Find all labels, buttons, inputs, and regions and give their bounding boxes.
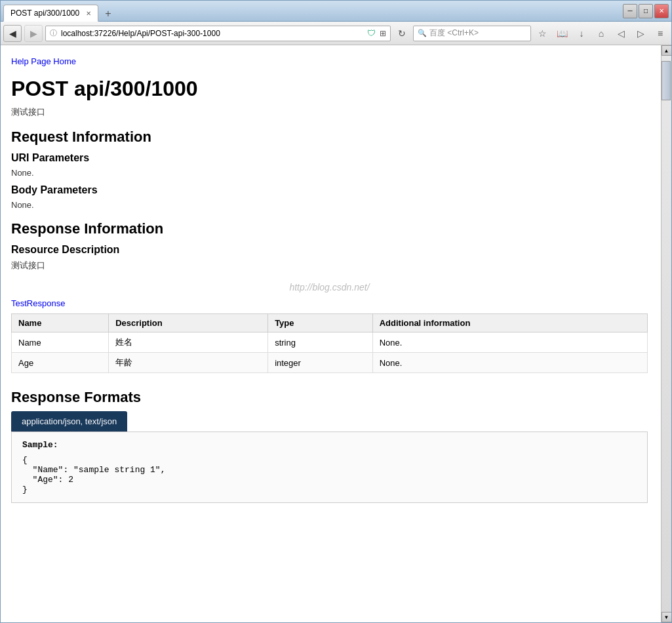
menu-icon[interactable]: ≡ [652,25,669,42]
request-info-heading: Request Information [11,129,648,146]
tab-close-button[interactable]: ✕ [86,10,91,17]
back-icon: ◀ [9,28,16,39]
new-tab-button[interactable]: + [101,7,115,21]
forward-icon: ▶ [30,28,37,39]
format-tab-json[interactable]: application/json, text/json [11,411,127,432]
cell-type: integer [268,353,373,373]
tab-bar: POST api/300/1000 ✕ + [3,1,115,21]
sample-label: Sample: [22,440,637,450]
breadcrumb: Help Page Home [11,56,648,66]
response-table: Name Description Type Additional informa… [11,313,648,373]
reader-icon[interactable]: 📖 [553,25,570,42]
sample-code: { "Name": "sample string 1", "Age": 2 } [22,455,637,494]
active-tab[interactable]: POST api/300/1000 ✕ [3,5,98,22]
content-area: Help Page Home POST api/300/1000 测试接口 Re… [1,45,671,622]
table-row: Name 姓名 string None. [12,332,648,353]
title-bar: POST api/300/1000 ✕ + ─ □ ✕ [1,1,671,22]
address-text: localhost:37226/Help/Api/POST-api-300-10… [61,29,363,38]
cell-additional: None. [372,353,647,373]
cell-name: Age [12,353,109,373]
cell-description: 姓名 [109,332,268,353]
browser-window: POST api/300/1000 ✕ + ─ □ ✕ ◀ ▶ ⓘ localh… [0,0,672,623]
nav-bar: ◀ ▶ ⓘ localhost:37226/Help/Api/POST-api-… [1,22,671,45]
scroll-track[interactable] [662,56,671,612]
page-content: Help Page Home POST api/300/1000 测试接口 Re… [1,45,661,622]
scrollbar[interactable]: ▲ ▼ [661,45,671,622]
uri-params-heading: URI Parameters [11,152,648,164]
window-controls: ─ □ ✕ [623,4,669,18]
cell-additional: None. [372,332,647,353]
refresh-button[interactable]: ↻ [393,25,410,42]
cell-name: Name [12,332,109,353]
download-icon[interactable]: ↓ [573,25,590,42]
back-button[interactable]: ◀ [3,25,22,42]
history-back-icon[interactable]: ◁ [612,25,629,42]
address-bar[interactable]: ⓘ localhost:37226/Help/Api/POST-api-300-… [45,26,391,41]
watermark: http://blog.csdn.net/ [11,282,648,292]
minimize-button[interactable]: ─ [623,4,637,18]
table-row: Age 年龄 integer None. [12,353,648,373]
uri-params-value: None. [11,168,648,178]
scroll-down-button[interactable]: ▼ [662,612,672,622]
bookmark-icon[interactable]: ☆ [534,25,551,42]
page-subtitle: 测试接口 [11,106,648,118]
nav-icons: ☆ 📖 ↓ ⌂ ◁ ▷ ≡ [534,25,669,42]
history-forward-icon[interactable]: ▷ [632,25,649,42]
response-info-heading: Response Information [11,220,648,237]
table-header-row: Name Description Type Additional informa… [12,314,648,332]
search-icon: 🔍 [418,29,427,37]
format-content: Sample: { "Name": "sample string 1", "Ag… [11,432,648,503]
body-params-value: None. [11,200,648,210]
page-title: POST api/300/1000 [11,77,648,101]
format-tabs: application/json, text/json [11,411,648,432]
test-response-link[interactable]: TestResponse [11,298,65,308]
col-header-description: Description [109,314,268,332]
search-placeholder: 百度 <Ctrl+K> [429,28,479,39]
close-button[interactable]: ✕ [654,4,669,18]
cell-type: string [268,332,373,353]
search-bar[interactable]: 🔍 百度 <Ctrl+K> [413,26,531,41]
grid-icon: ⊞ [380,29,386,38]
response-formats-heading: Response Formats [11,389,648,406]
tab-title: POST api/300/1000 [10,9,79,18]
maximize-button[interactable]: □ [639,4,653,18]
shield-icon: 🛡 [367,28,376,38]
home-icon[interactable]: ⌂ [593,25,610,42]
scroll-up-button[interactable]: ▲ [662,45,672,56]
scroll-thumb[interactable] [662,61,671,100]
col-header-additional: Additional information [372,314,647,332]
forward-button[interactable]: ▶ [24,25,43,42]
breadcrumb-link[interactable]: Help Page Home [11,56,76,66]
col-header-type: Type [268,314,373,332]
cell-description: 年龄 [109,353,268,373]
resource-desc-heading: Resource Description [11,244,648,256]
col-header-name: Name [12,314,109,332]
body-params-heading: Body Parameters [11,184,648,196]
resource-desc-subtitle: 测试接口 [11,260,648,271]
info-icon: ⓘ [50,28,57,38]
